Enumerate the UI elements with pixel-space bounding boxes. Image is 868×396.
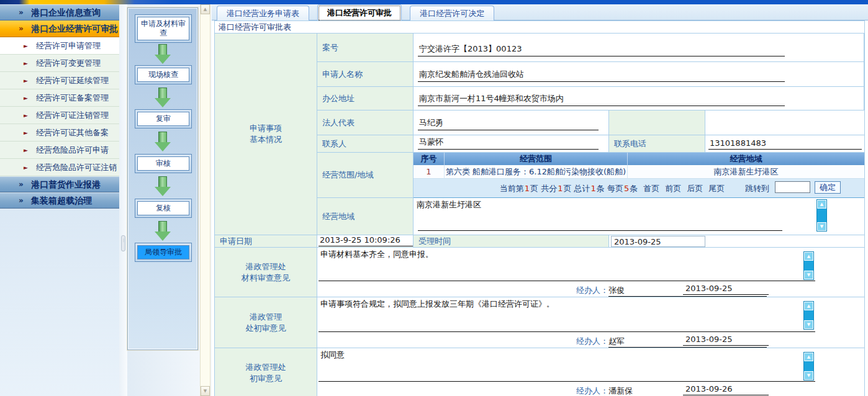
sidebar-item-license-other-record[interactable]: ► 经营许可证其他备案 [0,124,119,142]
office-address-input[interactable]: 南京市新河一村11号4幢郑和农贸市场内 [418,93,785,106]
section-first-review-content: 拟同意 ▲ ▼ 经办人：潘新保 2013-09-26 [317,348,864,396]
down-arrow-icon [155,88,171,107]
tab-business-application-form[interactable]: 港口经营业务申请表 [217,6,309,22]
sidebar-item-dangerous-goods-cancel[interactable]: ► 经营危险品许可证注销 [0,159,119,176]
office-address-label: 办公地址 [317,87,414,110]
textarea-scrollbar[interactable]: ▲ ▼ [816,199,827,232]
opinion-text[interactable]: 申请事项符合规定，拟同意上报发放三年期《港口经营许可证》。 [320,299,554,310]
section-label-line1: 港政管理 [246,312,286,323]
scroll-up-icon[interactable]: ▲ [201,4,210,14]
sidebar-splitter[interactable]: ⋮⋮ [119,4,127,396]
opinion-text[interactable]: 拟同意 [320,349,345,361]
sidebar-item-label: 经营危险品许可申请 [36,145,109,155]
apply-date-input[interactable]: 2013-9-25 10:09:26 [319,235,413,246]
section-label-line2: 初审意见 [246,373,286,384]
flow-step-label: 局领导审批 [137,245,189,259]
scope-row-no[interactable]: 1 [414,165,445,179]
sidebar-item-license-apply-mgmt[interactable]: ► 经营许可申请管理 [0,37,119,55]
flow-step-label: 审核 [137,156,189,171]
scope-col-area-header: 经营地域 [628,153,864,165]
menu-bullet-icon: » [19,20,24,37]
apply-date-cell: 2013-9-25 10:09:26 [317,235,414,248]
flow-step-audit[interactable]: 审核 [135,154,192,173]
vertical-scrollbar[interactable]: ▲ ▼ [200,4,210,396]
pagination-total-pages: 1 [557,184,563,193]
applicant-cell: 南京纪发船舶清仓残油回收站 [414,62,864,87]
sidebar-item-general-cargo-report[interactable]: » 港口普货作业报港 [0,176,119,192]
flow-step-site-check[interactable]: 现场核查 [135,65,192,84]
splitter-grip-icon[interactable]: ⋮⋮ [121,235,125,251]
contact-phone-label: 联系电话 [609,135,705,153]
applicant-input[interactable]: 南京纪发船舶清仓残油回收站 [418,69,785,82]
flow-step-re-review[interactable]: 复审 [135,109,192,128]
opinion-text[interactable]: 申请材料基本齐全，同意申报。 [320,249,433,260]
sidebar-item-license-change-mgmt[interactable]: ► 经营许可变更管理 [0,55,119,72]
pagination-seg: 条 [630,183,638,194]
apply-date-label: 申请日期 [215,235,317,248]
section-label-line1: 港政管理处 [246,362,286,373]
scroll-down-icon[interactable]: ▼ [804,271,813,279]
contact-input[interactable]: 马蒙怀 [418,137,599,150]
sidebar-item-enterprise-info-query[interactable]: » 港口企业信息查询 [0,4,119,20]
menu-bullet-icon: ► [24,124,28,142]
accept-time-input[interactable]: 2013-09-25 [611,236,705,247]
operator-label: 经办人： [576,386,608,395]
scope-col-scope-header: 经营范围 [445,153,628,165]
flow-step-label: 申请及材料审查 [137,17,189,40]
empty-green-cell [609,110,705,135]
scroll-up-icon[interactable]: ▲ [804,353,813,361]
jump-page-input[interactable] [775,181,810,193]
section-material-review-label: 港政管理处 材料审查意见 [215,248,317,297]
scroll-down-icon[interactable]: ▼ [804,371,813,380]
pagination-last-link[interactable]: 尾页 [708,183,725,194]
tab-license-decision[interactable]: 港口经营许可决定 [410,6,494,22]
contact-cell: 马蒙怀 [414,135,609,153]
scroll-up-icon[interactable]: ▲ [817,200,826,209]
sidebar-item-license-cancel-mgmt[interactable]: ► 经营许可证注销管理 [0,107,119,124]
textarea-scrollbar[interactable]: ▲ ▼ [803,251,814,280]
contact-phone-input[interactable]: 13101881483 [708,138,862,150]
scroll-up-icon[interactable]: ▲ [804,302,813,310]
case-no-input[interactable]: 宁交港许字【2013】00123 [418,43,785,56]
signature-line [319,331,815,332]
pagination-current-page: 1 [524,184,530,193]
sidebar-item-license-approval[interactable]: » 港口企业经营许可审批 [0,20,119,37]
sidebar-item-dangerous-goods-apply[interactable]: ► 经营危险品许可申请 [0,142,119,159]
operator-date: 2013-09-26 [683,384,769,395]
textarea-scrollbar[interactable]: ▲ ▼ [803,301,814,330]
menu-bullet-icon: ► [24,159,28,176]
sidebar-item-label: 经营许可证备案管理 [36,93,109,102]
pagination-prev-link[interactable]: 前页 [665,183,681,194]
flow-step-recheck[interactable]: 复核 [135,199,192,218]
sidebar: » 港口企业信息查询 » 港口企业经营许可审批 ► 经营许可申请管理 ► 经营许… [0,4,119,396]
scope-row-area[interactable]: 南京港新生圩港区 [628,165,864,179]
sidebar-item-license-record-mgmt[interactable]: ► 经营许可证备案管理 [0,89,119,107]
tab-label: 港口经营业务申请表 [227,9,299,18]
office-address-cell: 南京市新河一村11号4幢郑和农贸市场内 [414,87,864,110]
sidebar-item-label: 经营许可证延续管理 [36,76,109,85]
tab-label: 港口经营许可决定 [420,9,484,18]
sidebar-item-container-overload[interactable]: » 集装箱超载治理 [0,192,119,209]
pagination-seg: 条 每页 [597,183,623,194]
scroll-down-icon[interactable]: ▼ [817,222,826,231]
pagination-next-link[interactable]: 后页 [687,183,703,194]
pagination-first-link[interactable]: 首页 [643,183,659,194]
scroll-up-icon[interactable]: ▲ [804,252,813,261]
flow-step-leader-approval[interactable]: 局领导审批 [135,243,192,262]
business-area-text[interactable]: 南京港新生圩港区 [417,199,481,210]
confirm-button[interactable]: 确定 [815,181,841,194]
legal-rep-input[interactable]: 马纪勇 [418,117,599,130]
scope-row-scope[interactable]: 第六类 船舶港口服务：6.12船舶污染物接收(船舶) [445,165,628,179]
flow-step-label: 复审 [137,112,189,126]
scroll-down-icon[interactable]: ▼ [201,386,210,396]
section-material-review-content: 申请材料基本齐全，同意申报。 ▲ ▼ 经办人：张俊 2013-09-25 [317,248,864,297]
flow-step-material-review[interactable]: 申请及材料审查 [135,14,192,43]
flow-step-label: 现场核查 [137,68,189,82]
textarea-scrollbar[interactable]: ▲ ▼ [803,352,814,380]
scope-col-no-header: 序号 [414,153,445,165]
sidebar-item-license-renewal-mgmt[interactable]: ► 经营许可证延续管理 [0,72,119,89]
tab-license-approval[interactable]: 港口经营许可审批 [317,4,402,22]
scroll-down-icon[interactable]: ▼ [804,320,813,329]
menu-bullet-icon: » [19,193,24,209]
down-arrow-icon [155,132,171,151]
